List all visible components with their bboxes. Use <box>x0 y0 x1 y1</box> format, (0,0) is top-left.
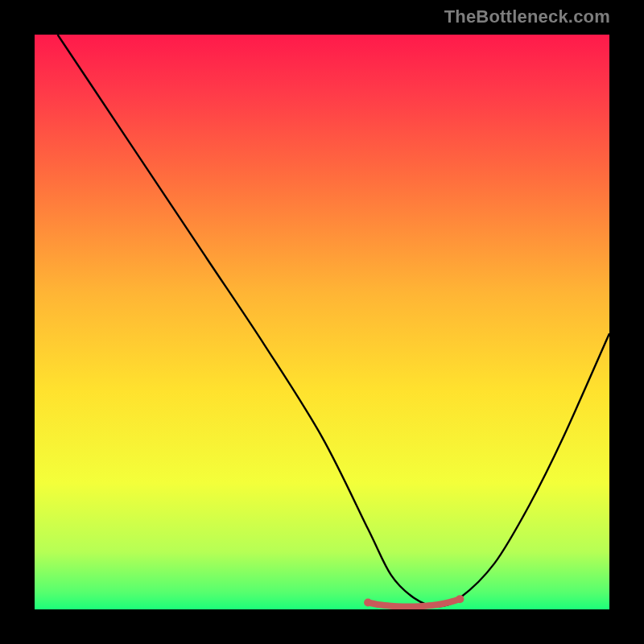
marker-dot-left <box>364 598 372 606</box>
flat-region-marker <box>368 599 460 606</box>
chart-frame: TheBottleneck.com <box>0 0 644 644</box>
marker-dot-right <box>456 595 464 603</box>
watermark-text: TheBottleneck.com <box>444 6 610 27</box>
curve-layer <box>35 35 609 609</box>
bottleneck-curve <box>58 35 609 606</box>
plot-area <box>35 35 609 609</box>
